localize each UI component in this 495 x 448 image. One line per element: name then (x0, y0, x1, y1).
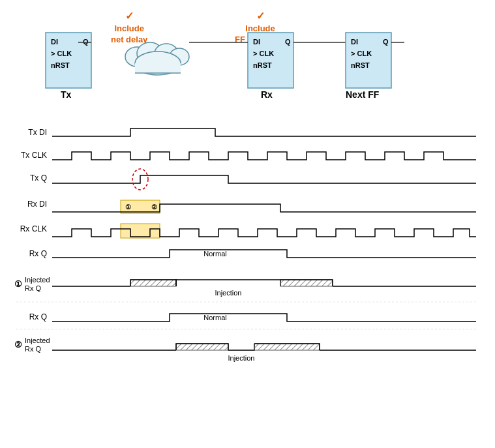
svg-text:DI: DI (253, 38, 260, 46)
svg-text:Next FF: Next FF (346, 89, 380, 100)
svg-text:Tx DI: Tx DI (28, 128, 47, 137)
circuit-section: ✓ Includenet delay ✓ IncludeFF cell dela… (20, 7, 476, 121)
svg-rect-54 (254, 344, 320, 350)
svg-text:①: ① (125, 203, 131, 211)
svg-text:Normal: Normal (203, 250, 226, 258)
svg-text:DI: DI (51, 38, 58, 46)
svg-rect-46 (121, 224, 160, 238)
svg-text:Tx Q: Tx Q (30, 173, 47, 183)
svg-rect-49 (130, 280, 176, 286)
timing-diagram-svg: Tx DI Tx CLK Tx Q Rx DI Rx CLK Rx Q ① In… (0, 121, 495, 440)
svg-rect-53 (176, 344, 228, 350)
svg-text:nRST: nRST (351, 61, 370, 69)
svg-text:Q: Q (285, 38, 291, 46)
svg-text:Rx Q: Rx Q (25, 345, 42, 353)
svg-text:Injected: Injected (25, 276, 50, 284)
svg-text:Rx CLK: Rx CLK (20, 224, 47, 233)
svg-text:> CLK: > CLK (351, 50, 372, 57)
svg-text:Rx Q: Rx Q (29, 312, 47, 321)
timing-section: Tx DI Tx CLK Tx Q Rx DI Rx CLK Rx Q ① In… (0, 121, 495, 442)
svg-text:Normal: Normal (203, 314, 226, 321)
svg-text:Injection: Injection (215, 289, 242, 297)
svg-text:DI: DI (351, 38, 358, 46)
svg-text:Injection: Injection (228, 354, 255, 362)
svg-text:Q: Q (83, 38, 89, 46)
main-container: ✓ Includenet delay ✓ IncludeFF cell dela… (0, 0, 495, 448)
svg-text:nRST: nRST (253, 61, 272, 69)
svg-text:①: ① (14, 279, 22, 289)
svg-text:Q: Q (383, 38, 389, 46)
svg-text:Tx: Tx (61, 89, 72, 100)
svg-text:Rx Q: Rx Q (25, 284, 42, 292)
svg-rect-11 (135, 63, 181, 73)
svg-text:> CLK: > CLK (51, 50, 72, 57)
svg-text:Rx: Rx (261, 89, 273, 100)
svg-text:nRST: nRST (51, 61, 70, 69)
svg-text:②: ② (151, 203, 157, 211)
svg-text:②: ② (14, 340, 22, 350)
svg-rect-50 (280, 280, 333, 286)
svg-text:> CLK: > CLK (253, 50, 274, 57)
svg-text:Rx Q: Rx Q (29, 249, 47, 258)
circuit-svg: DI Q > CLK nRST DI Q > CLK nRST (20, 7, 476, 121)
svg-text:Injected: Injected (25, 336, 50, 344)
svg-text:Rx DI: Rx DI (27, 200, 47, 209)
svg-text:Tx CLK: Tx CLK (21, 151, 47, 160)
